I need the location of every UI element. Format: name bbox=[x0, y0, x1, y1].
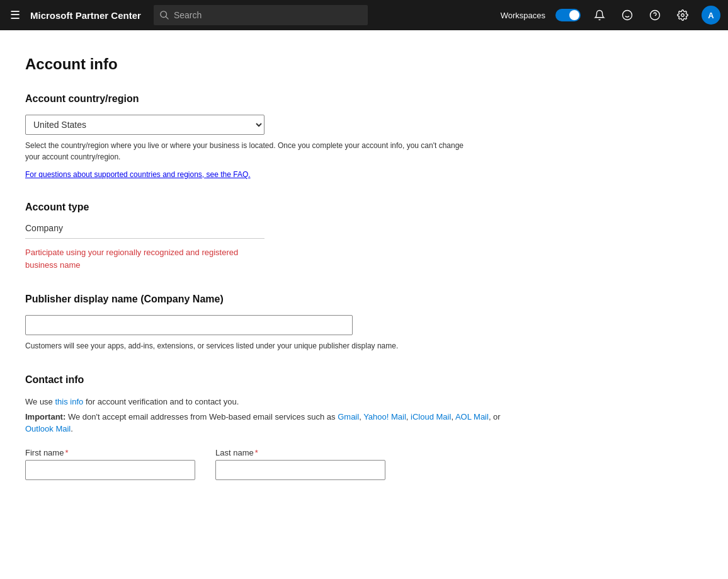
notifications-icon[interactable] bbox=[591, 6, 608, 24]
app-title: Microsoft Partner Center bbox=[30, 10, 141, 21]
help-icon[interactable] bbox=[646, 6, 664, 24]
account-type-value: Company bbox=[25, 223, 264, 239]
svg-point-5 bbox=[651, 11, 660, 20]
faq-link-line: For questions about supported countries … bbox=[25, 170, 542, 179]
workspaces-toggle[interactable] bbox=[555, 9, 581, 21]
publisher-name-help-text: Customers will see your apps, add-ins, e… bbox=[25, 340, 466, 352]
yahoo-link[interactable]: Yahoo! Mail bbox=[363, 412, 406, 421]
account-type-section-title: Account type bbox=[25, 202, 542, 213]
search-icon bbox=[160, 11, 169, 20]
settings-icon[interactable] bbox=[674, 6, 691, 24]
first-name-input[interactable] bbox=[25, 460, 195, 480]
first-name-label: First name* bbox=[25, 448, 195, 457]
publisher-name-section-title: Publisher display name (Company Name) bbox=[25, 294, 542, 305]
country-info-text: Select the country/region where you live… bbox=[25, 140, 466, 163]
svg-point-7 bbox=[681, 14, 685, 17]
search-bar[interactable] bbox=[154, 5, 368, 25]
aol-link[interactable]: AOL Mail bbox=[455, 412, 489, 421]
faq-link[interactable]: For questions about supported countries … bbox=[25, 170, 251, 179]
topnav-right-actions: Workspaces bbox=[501, 6, 720, 25]
search-input[interactable] bbox=[174, 10, 361, 20]
last-name-group: Last name* bbox=[215, 448, 385, 480]
svg-point-2 bbox=[623, 11, 632, 20]
page-title: Account info bbox=[25, 55, 542, 73]
important-label: Important: bbox=[25, 412, 65, 421]
top-navigation: ☰ Microsoft Partner Center Workspaces bbox=[0, 0, 728, 30]
outlook-link[interactable]: Outlook Mail bbox=[25, 424, 71, 433]
contact-info-important: Important: We don't accept email address… bbox=[25, 411, 529, 435]
account-country-section: Account country/region United States Can… bbox=[25, 93, 542, 179]
last-name-label: Last name* bbox=[215, 448, 385, 457]
country-region-select[interactable]: United States Canada United Kingdom Germ… bbox=[25, 115, 264, 135]
feedback-icon[interactable] bbox=[618, 6, 636, 24]
user-avatar[interactable]: A bbox=[702, 6, 720, 25]
main-content: Account info Account country/region Unit… bbox=[0, 30, 567, 541]
icloud-link[interactable]: iCloud Mail bbox=[411, 412, 451, 421]
contact-info-section-title: Contact info bbox=[25, 374, 542, 386]
first-name-group: First name* bbox=[25, 448, 195, 480]
gmail-link[interactable]: Gmail bbox=[338, 412, 359, 421]
contact-info-line1: We use this info for account verificatio… bbox=[25, 396, 529, 408]
first-name-required-marker: * bbox=[65, 448, 68, 457]
account-type-description: Participate using your regionally recogn… bbox=[25, 246, 264, 271]
account-country-section-title: Account country/region bbox=[25, 93, 542, 105]
last-name-required-marker: * bbox=[255, 448, 258, 457]
contact-info-section: Contact info We use this info for accoun… bbox=[25, 374, 542, 480]
this-info-link[interactable]: this info bbox=[55, 397, 83, 406]
publisher-name-section: Publisher display name (Company Name) Cu… bbox=[25, 294, 542, 352]
name-fields-row: First name* Last name* bbox=[25, 448, 542, 480]
account-type-section: Account type Company Participate using y… bbox=[25, 202, 542, 271]
workspaces-label: Workspaces bbox=[501, 11, 545, 20]
svg-line-1 bbox=[166, 16, 168, 19]
publisher-display-name-input[interactable] bbox=[25, 315, 353, 335]
hamburger-menu-icon[interactable]: ☰ bbox=[8, 6, 23, 25]
last-name-input[interactable] bbox=[215, 460, 385, 480]
